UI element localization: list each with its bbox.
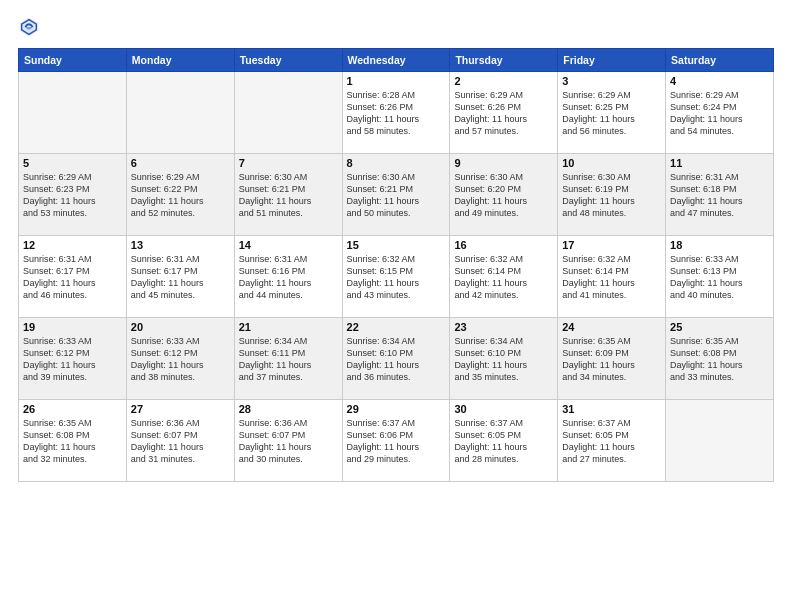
day-info: Sunrise: 6:30 AM Sunset: 6:20 PM Dayligh…: [454, 171, 553, 220]
day-info: Sunrise: 6:35 AM Sunset: 6:09 PM Dayligh…: [562, 335, 661, 384]
day-info: Sunrise: 6:34 AM Sunset: 6:10 PM Dayligh…: [454, 335, 553, 384]
calendar-cell: 30Sunrise: 6:37 AM Sunset: 6:05 PM Dayli…: [450, 400, 558, 482]
day-number: 28: [239, 403, 338, 415]
day-number: 10: [562, 157, 661, 169]
calendar-cell: 14Sunrise: 6:31 AM Sunset: 6:16 PM Dayli…: [234, 236, 342, 318]
calendar-week-row: 5Sunrise: 6:29 AM Sunset: 6:23 PM Daylig…: [19, 154, 774, 236]
weekday-header-tuesday: Tuesday: [234, 49, 342, 72]
calendar-cell: 12Sunrise: 6:31 AM Sunset: 6:17 PM Dayli…: [19, 236, 127, 318]
weekday-header-row: SundayMondayTuesdayWednesdayThursdayFrid…: [19, 49, 774, 72]
calendar-cell: [666, 400, 774, 482]
day-info: Sunrise: 6:32 AM Sunset: 6:14 PM Dayligh…: [562, 253, 661, 302]
weekday-header-thursday: Thursday: [450, 49, 558, 72]
day-number: 5: [23, 157, 122, 169]
day-number: 21: [239, 321, 338, 333]
day-info: Sunrise: 6:31 AM Sunset: 6:17 PM Dayligh…: [131, 253, 230, 302]
day-number: 8: [347, 157, 446, 169]
calendar-cell: 9Sunrise: 6:30 AM Sunset: 6:20 PM Daylig…: [450, 154, 558, 236]
calendar-page: SundayMondayTuesdayWednesdayThursdayFrid…: [0, 0, 792, 612]
calendar-cell: 26Sunrise: 6:35 AM Sunset: 6:08 PM Dayli…: [19, 400, 127, 482]
day-info: Sunrise: 6:29 AM Sunset: 6:22 PM Dayligh…: [131, 171, 230, 220]
day-info: Sunrise: 6:31 AM Sunset: 6:16 PM Dayligh…: [239, 253, 338, 302]
day-number: 17: [562, 239, 661, 251]
weekday-header-friday: Friday: [558, 49, 666, 72]
day-number: 1: [347, 75, 446, 87]
day-number: 20: [131, 321, 230, 333]
calendar-week-row: 12Sunrise: 6:31 AM Sunset: 6:17 PM Dayli…: [19, 236, 774, 318]
calendar-cell: 15Sunrise: 6:32 AM Sunset: 6:15 PM Dayli…: [342, 236, 450, 318]
day-number: 4: [670, 75, 769, 87]
calendar-cell: [19, 72, 127, 154]
calendar-cell: 21Sunrise: 6:34 AM Sunset: 6:11 PM Dayli…: [234, 318, 342, 400]
calendar-cell: 24Sunrise: 6:35 AM Sunset: 6:09 PM Dayli…: [558, 318, 666, 400]
day-info: Sunrise: 6:30 AM Sunset: 6:21 PM Dayligh…: [347, 171, 446, 220]
weekday-header-wednesday: Wednesday: [342, 49, 450, 72]
day-info: Sunrise: 6:32 AM Sunset: 6:15 PM Dayligh…: [347, 253, 446, 302]
day-number: 27: [131, 403, 230, 415]
day-info: Sunrise: 6:37 AM Sunset: 6:05 PM Dayligh…: [454, 417, 553, 466]
calendar-cell: 22Sunrise: 6:34 AM Sunset: 6:10 PM Dayli…: [342, 318, 450, 400]
day-number: 19: [23, 321, 122, 333]
calendar-cell: 16Sunrise: 6:32 AM Sunset: 6:14 PM Dayli…: [450, 236, 558, 318]
day-info: Sunrise: 6:36 AM Sunset: 6:07 PM Dayligh…: [239, 417, 338, 466]
logo: [18, 16, 44, 38]
day-info: Sunrise: 6:30 AM Sunset: 6:19 PM Dayligh…: [562, 171, 661, 220]
day-number: 7: [239, 157, 338, 169]
day-number: 25: [670, 321, 769, 333]
calendar-cell: [234, 72, 342, 154]
weekday-header-sunday: Sunday: [19, 49, 127, 72]
calendar-week-row: 1Sunrise: 6:28 AM Sunset: 6:26 PM Daylig…: [19, 72, 774, 154]
day-info: Sunrise: 6:34 AM Sunset: 6:11 PM Dayligh…: [239, 335, 338, 384]
calendar-cell: 6Sunrise: 6:29 AM Sunset: 6:22 PM Daylig…: [126, 154, 234, 236]
day-info: Sunrise: 6:31 AM Sunset: 6:17 PM Dayligh…: [23, 253, 122, 302]
calendar-cell: 23Sunrise: 6:34 AM Sunset: 6:10 PM Dayli…: [450, 318, 558, 400]
calendar-cell: 1Sunrise: 6:28 AM Sunset: 6:26 PM Daylig…: [342, 72, 450, 154]
day-number: 6: [131, 157, 230, 169]
calendar-cell: 3Sunrise: 6:29 AM Sunset: 6:25 PM Daylig…: [558, 72, 666, 154]
calendar-cell: 8Sunrise: 6:30 AM Sunset: 6:21 PM Daylig…: [342, 154, 450, 236]
day-number: 23: [454, 321, 553, 333]
calendar-cell: 5Sunrise: 6:29 AM Sunset: 6:23 PM Daylig…: [19, 154, 127, 236]
day-info: Sunrise: 6:37 AM Sunset: 6:06 PM Dayligh…: [347, 417, 446, 466]
day-number: 22: [347, 321, 446, 333]
calendar-cell: 27Sunrise: 6:36 AM Sunset: 6:07 PM Dayli…: [126, 400, 234, 482]
day-info: Sunrise: 6:29 AM Sunset: 6:26 PM Dayligh…: [454, 89, 553, 138]
day-info: Sunrise: 6:29 AM Sunset: 6:25 PM Dayligh…: [562, 89, 661, 138]
calendar-cell: 2Sunrise: 6:29 AM Sunset: 6:26 PM Daylig…: [450, 72, 558, 154]
calendar-week-row: 26Sunrise: 6:35 AM Sunset: 6:08 PM Dayli…: [19, 400, 774, 482]
day-info: Sunrise: 6:33 AM Sunset: 6:13 PM Dayligh…: [670, 253, 769, 302]
day-number: 26: [23, 403, 122, 415]
day-info: Sunrise: 6:28 AM Sunset: 6:26 PM Dayligh…: [347, 89, 446, 138]
calendar-cell: 4Sunrise: 6:29 AM Sunset: 6:24 PM Daylig…: [666, 72, 774, 154]
day-number: 31: [562, 403, 661, 415]
calendar-cell: 10Sunrise: 6:30 AM Sunset: 6:19 PM Dayli…: [558, 154, 666, 236]
calendar-cell: 29Sunrise: 6:37 AM Sunset: 6:06 PM Dayli…: [342, 400, 450, 482]
calendar-cell: 20Sunrise: 6:33 AM Sunset: 6:12 PM Dayli…: [126, 318, 234, 400]
day-info: Sunrise: 6:33 AM Sunset: 6:12 PM Dayligh…: [131, 335, 230, 384]
day-info: Sunrise: 6:35 AM Sunset: 6:08 PM Dayligh…: [23, 417, 122, 466]
day-info: Sunrise: 6:35 AM Sunset: 6:08 PM Dayligh…: [670, 335, 769, 384]
calendar-cell: 11Sunrise: 6:31 AM Sunset: 6:18 PM Dayli…: [666, 154, 774, 236]
calendar-table: SundayMondayTuesdayWednesdayThursdayFrid…: [18, 48, 774, 482]
calendar-week-row: 19Sunrise: 6:33 AM Sunset: 6:12 PM Dayli…: [19, 318, 774, 400]
logo-icon: [18, 16, 40, 38]
day-number: 2: [454, 75, 553, 87]
day-info: Sunrise: 6:37 AM Sunset: 6:05 PM Dayligh…: [562, 417, 661, 466]
day-info: Sunrise: 6:33 AM Sunset: 6:12 PM Dayligh…: [23, 335, 122, 384]
day-info: Sunrise: 6:34 AM Sunset: 6:10 PM Dayligh…: [347, 335, 446, 384]
day-number: 29: [347, 403, 446, 415]
day-number: 15: [347, 239, 446, 251]
calendar-cell: 28Sunrise: 6:36 AM Sunset: 6:07 PM Dayli…: [234, 400, 342, 482]
calendar-cell: 7Sunrise: 6:30 AM Sunset: 6:21 PM Daylig…: [234, 154, 342, 236]
day-number: 13: [131, 239, 230, 251]
calendar-cell: 13Sunrise: 6:31 AM Sunset: 6:17 PM Dayli…: [126, 236, 234, 318]
calendar-cell: [126, 72, 234, 154]
header: [18, 16, 774, 38]
day-number: 3: [562, 75, 661, 87]
day-number: 12: [23, 239, 122, 251]
day-number: 11: [670, 157, 769, 169]
day-number: 30: [454, 403, 553, 415]
calendar-cell: 25Sunrise: 6:35 AM Sunset: 6:08 PM Dayli…: [666, 318, 774, 400]
day-info: Sunrise: 6:29 AM Sunset: 6:23 PM Dayligh…: [23, 171, 122, 220]
weekday-header-monday: Monday: [126, 49, 234, 72]
